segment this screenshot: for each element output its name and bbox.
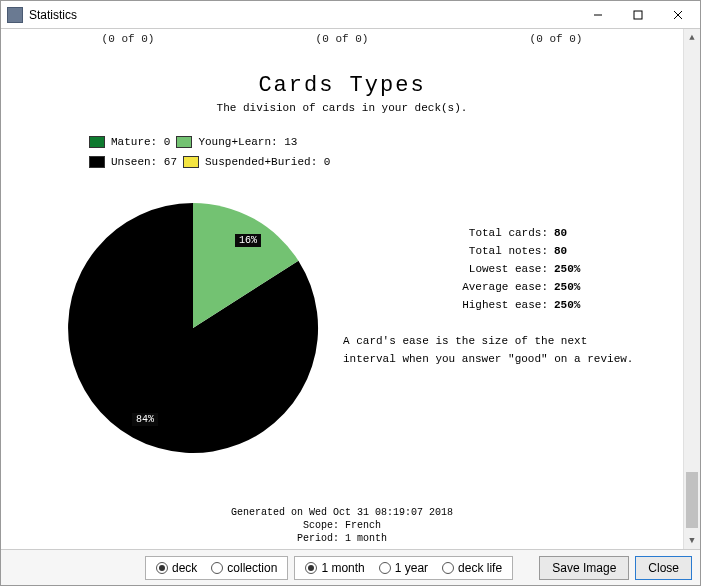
generated-info: Generated on Wed Oct 31 08:19:07 2018 Sc… — [1, 506, 683, 545]
stat-highest-ease: Highest ease: 250% — [343, 296, 683, 314]
save-image-button[interactable]: Save Image — [539, 556, 629, 580]
stat-total-notes: Total notes: 80 — [343, 242, 683, 260]
svg-rect-1 — [634, 11, 642, 19]
slice-label-young: 16% — [235, 234, 261, 247]
radio-1month[interactable]: 1 month — [305, 561, 364, 575]
legend-young: Young+Learn: 13 — [198, 132, 297, 152]
stat-k: Average ease: — [343, 278, 548, 296]
radio-icon — [379, 562, 391, 574]
app-icon — [7, 7, 23, 23]
legend-suspended: Suspended+Buried: 0 — [205, 152, 330, 172]
slice-label-unseen: 84% — [132, 413, 158, 426]
stat-total-cards: Total cards: 80 — [343, 224, 683, 242]
content-wrap: (0 of 0) (0 of 0) (0 of 0) Cards Types T… — [1, 29, 700, 549]
legend-row-2: Unseen: 67 Suspended+Buried: 0 — [89, 152, 683, 172]
minimize-button[interactable] — [578, 2, 618, 28]
pie-chart: 16% 84% — [63, 178, 333, 478]
radio-deck[interactable]: deck — [156, 561, 197, 575]
radio-label: deck — [172, 561, 197, 575]
maximize-button[interactable] — [618, 2, 658, 28]
swatch-unseen — [89, 156, 105, 168]
stat-k: Highest ease: — [343, 296, 548, 314]
legend: Mature: 0 Young+Learn: 13 Unseen: 67 Sus… — [89, 132, 683, 172]
stat-k: Total cards: — [343, 224, 548, 242]
top-counts: (0 of 0) (0 of 0) (0 of 0) — [1, 33, 683, 45]
stat-v: 80 — [554, 242, 567, 260]
legend-mature: Mature: 0 — [111, 132, 170, 152]
page-subtitle: The division of cards in your deck(s). — [1, 102, 683, 114]
swatch-mature — [89, 136, 105, 148]
ease-note: A card's ease is the size of the next in… — [343, 332, 643, 368]
gen-line-1: Generated on Wed Oct 31 08:19:07 2018 — [1, 506, 683, 519]
scroll-up-icon[interactable]: ▲ — [684, 29, 700, 46]
swatch-suspended — [183, 156, 199, 168]
radio-icon — [442, 562, 454, 574]
scrollbar[interactable]: ▲ ▼ — [683, 29, 700, 549]
stat-k: Total notes: — [343, 242, 548, 260]
radio-label: 1 month — [321, 561, 364, 575]
close-window-button[interactable] — [658, 2, 698, 28]
scroll-down-icon[interactable]: ▼ — [684, 532, 700, 549]
radio-icon — [211, 562, 223, 574]
radio-deck-life[interactable]: deck life — [442, 561, 502, 575]
radio-icon — [305, 562, 317, 574]
bottom-bar: deck collection 1 month 1 year deck life… — [1, 549, 700, 585]
stat-v: 250% — [554, 278, 580, 296]
stats: Total cards: 80 Total notes: 80 Lowest e… — [333, 178, 683, 478]
page-title: Cards Types — [1, 73, 683, 98]
stat-lowest-ease: Lowest ease: 250% — [343, 260, 683, 278]
scope-group: deck collection — [145, 556, 288, 580]
top-count-2: (0 of 0) — [316, 33, 369, 45]
heading: Cards Types The division of cards in you… — [1, 73, 683, 114]
chart-area: 16% 84% Total cards: 80 Total notes: 80 … — [1, 178, 683, 478]
radio-icon — [156, 562, 168, 574]
stat-v: 250% — [554, 296, 580, 314]
legend-row-1: Mature: 0 Young+Learn: 13 — [89, 132, 683, 152]
swatch-young — [176, 136, 192, 148]
scroll-thumb[interactable] — [686, 472, 698, 528]
period-group: 1 month 1 year deck life — [294, 556, 513, 580]
content: (0 of 0) (0 of 0) (0 of 0) Cards Types T… — [1, 29, 683, 549]
radio-label: collection — [227, 561, 277, 575]
gen-line-2: Scope: French — [1, 519, 683, 532]
legend-unseen: Unseen: 67 — [111, 152, 177, 172]
stat-v: 250% — [554, 260, 580, 278]
stat-average-ease: Average ease: 250% — [343, 278, 683, 296]
stat-v: 80 — [554, 224, 567, 242]
stat-k: Lowest ease: — [343, 260, 548, 278]
close-button[interactable]: Close — [635, 556, 692, 580]
scroll-track[interactable] — [684, 46, 700, 532]
top-count-1: (0 of 0) — [102, 33, 155, 45]
radio-1year[interactable]: 1 year — [379, 561, 428, 575]
radio-label: deck life — [458, 561, 502, 575]
titlebar: Statistics — [1, 1, 700, 29]
window-title: Statistics — [29, 8, 578, 22]
gen-line-3: Period: 1 month — [1, 532, 683, 545]
window-buttons — [578, 2, 698, 28]
radio-label: 1 year — [395, 561, 428, 575]
top-count-3: (0 of 0) — [530, 33, 583, 45]
radio-collection[interactable]: collection — [211, 561, 277, 575]
